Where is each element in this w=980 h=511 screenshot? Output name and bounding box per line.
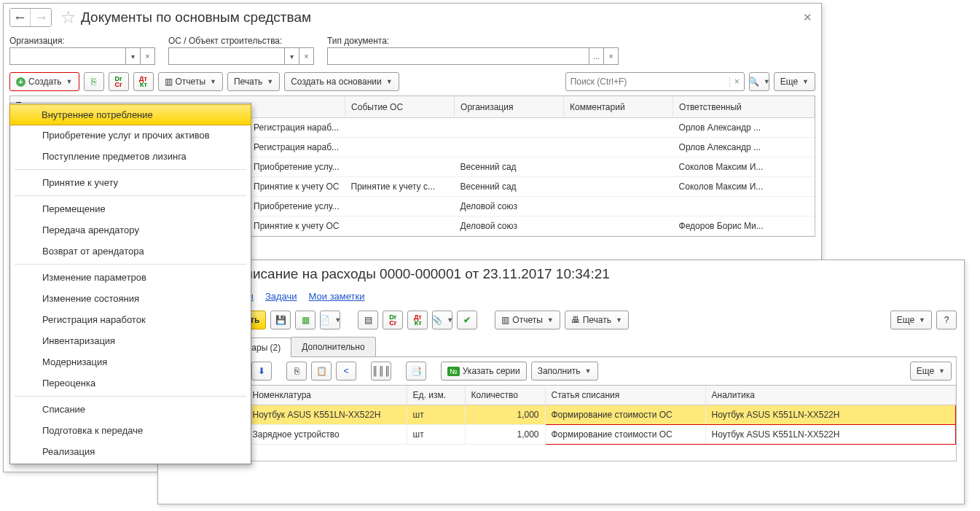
os-clear-icon[interactable]: × (299, 47, 314, 65)
reports-label: Отчеты (176, 77, 205, 87)
save-button[interactable]: 💾 (270, 311, 291, 329)
more-label: Еще (917, 366, 934, 376)
fill-button[interactable]: Заполнить ▼ (531, 362, 598, 381)
more-button[interactable]: Еще ▼ (774, 72, 815, 91)
print-button[interactable]: Печать ▼ (227, 72, 280, 91)
paste-rows-button[interactable]: 📋 (311, 362, 332, 381)
reports-button[interactable]: ▥ Отчеты ▼ (495, 311, 560, 329)
org-dropdown-icon[interactable]: ▾ (126, 47, 141, 65)
org-label: Организация: (9, 36, 155, 46)
search-button[interactable]: 🔍 ▼ (749, 72, 769, 91)
menu-item[interactable]: Реализация (10, 441, 251, 462)
reports-label: Отчеты (512, 315, 542, 325)
drcr-button[interactable]: DrCr (383, 311, 403, 329)
help-button[interactable]: ? (936, 311, 957, 329)
menu-item[interactable]: Передача арендатору (10, 219, 251, 241)
plus-icon: + (16, 77, 26, 87)
chevron-down-icon: ▼ (210, 78, 216, 85)
menu-item[interactable]: Внутреннее потребление (9, 104, 251, 125)
menu-item[interactable]: Регистрация наработок (10, 309, 251, 330)
move-down-button[interactable]: ⬇ (251, 362, 272, 381)
doctype-input[interactable] (327, 47, 589, 65)
more-label: Еще (780, 77, 798, 87)
menu-item[interactable]: Списание (10, 399, 251, 420)
copy-button[interactable]: ⎘ (84, 72, 104, 91)
back-button[interactable]: 🡐 (10, 9, 31, 26)
menu-item[interactable]: Модернизация (10, 351, 251, 372)
table-row[interactable]: 2Зарядное устройствошт1,000Формирование … (166, 425, 956, 445)
create-dropdown-menu: Внутреннее потреблениеПриобретение услуг… (9, 103, 251, 464)
structure-button[interactable]: ▤ (358, 311, 378, 329)
menu-item[interactable]: Перемещение (10, 198, 251, 219)
chevron-down-icon: ▼ (267, 78, 273, 85)
create-based-button[interactable]: Создать на основании ▼ (284, 72, 399, 91)
col-org[interactable]: Организация (455, 96, 564, 118)
create-button[interactable]: + Создать ▼ (9, 72, 79, 91)
os-dropdown-icon[interactable]: ▾ (285, 47, 299, 65)
doctype-clear-icon[interactable]: × (604, 47, 619, 65)
link-tasks[interactable]: Задачи (265, 291, 297, 302)
menu-item[interactable]: Поступление предметов лизинга (10, 146, 251, 167)
search-box: × (565, 72, 745, 91)
menu-item[interactable]: Подготовка к передаче (10, 420, 251, 441)
link-notes[interactable]: Мои заметки (309, 291, 365, 302)
menu-item[interactable]: Изменение состояния (10, 288, 251, 309)
more-button[interactable]: Еще ▼ (890, 311, 932, 329)
fill-label: Заполнить (538, 366, 581, 376)
share-button[interactable]: < (336, 362, 356, 381)
forward-button[interactable]: 🡒 (31, 9, 51, 26)
menu-separator (15, 195, 246, 196)
specify-series-button[interactable]: № Указать серии (441, 362, 527, 381)
print-label: Печать (234, 77, 262, 87)
menu-item[interactable]: Изменение параметров (10, 267, 251, 288)
col-unit[interactable]: Ед. изм. (407, 386, 465, 405)
barcode-button[interactable]: ║║║ (371, 362, 391, 381)
col-nomen[interactable]: Номенклатура (246, 386, 407, 405)
col-event[interactable]: Событие ОС (345, 96, 455, 118)
col-qty[interactable]: Количество (465, 386, 545, 405)
chevron-down-icon: ▼ (802, 78, 809, 85)
window-title: Списание на расходы 0000-000001 от 23.11… (235, 266, 958, 282)
tab-extra[interactable]: Дополнительно (291, 337, 375, 356)
filters: Организация: ▾ × ОС / Объект строительст… (4, 31, 821, 68)
clipboard-button[interactable]: 📑 (406, 362, 426, 381)
goods-grid[interactable]: N Номенклатура Ед. изм. Количество Стать… (165, 386, 957, 461)
writeoff-window: 🡐 🡒 ☆ Списание на расходы 0000-000001 от… (157, 260, 965, 504)
menu-item[interactable]: Возврат от арендатора (10, 241, 251, 262)
favorite-star-icon[interactable]: ☆ (60, 9, 77, 26)
menu-separator (15, 169, 246, 170)
table-row[interactable]: 1Ноутбук ASUS K551LN-XX522Hшт1,000Формир… (166, 405, 956, 425)
menu-item[interactable]: Переоценка (10, 372, 251, 394)
menu-item[interactable]: Инвентаризация (10, 330, 251, 351)
more-label: Еще (897, 315, 914, 325)
search-input[interactable] (566, 77, 729, 87)
col-analytics[interactable]: Аналитика (705, 386, 956, 405)
doctype-label: Тип документа: (327, 36, 619, 46)
copy-rows-button[interactable]: ⎘ (286, 362, 307, 381)
post-button[interactable]: ▦ (295, 311, 315, 329)
close-icon[interactable]: ✕ (800, 8, 815, 27)
menu-item[interactable]: Приобретение услуг и прочих активов (10, 125, 251, 146)
print-button[interactable]: 🖶 Печать ▼ (565, 311, 629, 329)
search-clear-icon[interactable]: × (729, 77, 744, 87)
os-input[interactable] (168, 47, 285, 65)
col-comment[interactable]: Комментарий (564, 96, 673, 118)
org-clear-icon[interactable]: × (141, 47, 155, 65)
report-icon: ▥ (165, 77, 173, 87)
create-label: Создать (28, 77, 62, 87)
title-bar: 🡐 🡒 ☆ Документы по основным средствам ✕ (4, 4, 821, 31)
create-based-icon-button[interactable]: 📄▼ (320, 311, 340, 329)
doctype-more-icon[interactable]: … (589, 47, 604, 65)
title-bar: 🡐 🡒 ☆ Списание на расходы 0000-000001 от… (158, 260, 964, 288)
drcr-button[interactable]: DrCr (109, 72, 129, 91)
menu-item[interactable]: Принятие к учету (10, 172, 251, 193)
col-resp[interactable]: Ответственный (673, 96, 815, 118)
more-button[interactable]: Еще ▼ (910, 362, 952, 381)
col-article[interactable]: Статья списания (545, 386, 705, 405)
approve-button[interactable]: ✔ (457, 311, 477, 329)
dtkt-button[interactable]: ДтКт (133, 72, 154, 91)
attach-button[interactable]: 📎▼ (432, 311, 452, 329)
org-input[interactable] (9, 47, 126, 65)
reports-button[interactable]: ▥ Отчеты ▼ (158, 72, 223, 91)
dtkt-button[interactable]: ДтКт (407, 311, 428, 329)
